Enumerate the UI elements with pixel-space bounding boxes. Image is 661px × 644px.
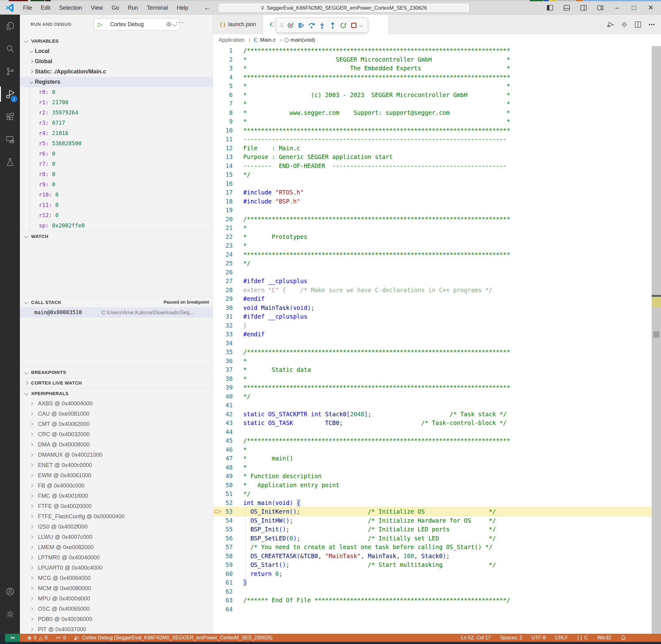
register-r6[interactable]: r6: 0 [20, 149, 213, 159]
maximize-icon[interactable]: □ [627, 2, 641, 14]
code-line-60[interactable]: 60 return 0; [213, 569, 661, 578]
line-number[interactable]: 39 [213, 383, 233, 392]
breakpoints-section-header[interactable]: BREAKPOINTS [20, 367, 213, 377]
code-line-20[interactable]: 20/*************************************… [213, 215, 661, 224]
register-r4[interactable]: r4: 21816 [20, 128, 213, 138]
code-line-62[interactable]: 62 [213, 587, 661, 596]
code-line-38[interactable]: 38* [213, 374, 661, 383]
code-line-56[interactable]: 56 BSP_SetLED(0); /* Initially set LED *… [213, 534, 661, 543]
code-line-21[interactable]: 21* [213, 223, 661, 232]
breadcrumb-main-c[interactable]: C Main.c [254, 37, 276, 44]
menu-run[interactable]: Run [123, 1, 142, 15]
code-line-63[interactable]: 63/****** End Of File ******************… [213, 596, 661, 605]
peripheral-i2s0[interactable]: I2S0 @ 0x4002f000 [20, 522, 213, 532]
eol-indicator[interactable]: CRLF [555, 635, 568, 641]
platform-indicator[interactable]: Win32 [597, 635, 611, 641]
peripheral-cau[interactable]: CAU @ 0xe0081000 [20, 409, 213, 419]
code-line-52[interactable]: 52int main(void) { [213, 499, 661, 507]
menu-go[interactable]: Go [107, 1, 123, 15]
line-number[interactable]: 28 [213, 285, 233, 295]
code-line-6[interactable]: 6* (c) 2003 - 2023 SEGGER Microcontrolle… [213, 91, 661, 99]
line-number[interactable]: 42 [213, 410, 233, 419]
code-line-42[interactable]: 42static OS_STACKPTR int Stack0[2048]; /… [213, 410, 661, 419]
toolbar-drag-handle[interactable] [279, 23, 285, 28]
toggle-primary-sidebar-icon[interactable] [543, 2, 557, 14]
peripheral-pdb0[interactable]: PDB0 @ 0x40036000 [20, 614, 213, 624]
code-line-58[interactable]: 58 OS_CREATETASK(&TCB0, "MainTask", Main… [213, 552, 661, 560]
code-line-12[interactable]: 12File : Main.c [213, 144, 661, 153]
line-number[interactable]: 49 [213, 472, 233, 481]
line-number[interactable]: 63 [213, 596, 233, 605]
scope-local[interactable]: Local [20, 46, 213, 56]
debug-step-into-button[interactable] [317, 20, 327, 31]
peripheral-lpuart0[interactable]: LPUART0 @ 0x400c4000 [20, 563, 213, 573]
scope-global[interactable]: Global [20, 56, 213, 67]
sidebar-item-source-control[interactable] [0, 60, 20, 83]
line-number[interactable]: 46 [213, 445, 233, 454]
debug-restart-button[interactable] [338, 20, 348, 31]
code-line-14[interactable]: 14-------- END-OF-HEADER ---------------… [213, 161, 661, 170]
code-line-19[interactable]: 19 [213, 206, 661, 215]
code-line-33[interactable]: 33#endif [213, 330, 661, 339]
line-number[interactable]: 35 [213, 347, 233, 356]
peripheral-axbs[interactable]: AXBS @ 0x40004000 [20, 398, 213, 409]
cortex-live-watch-section-header[interactable]: CORTEX LIVE WATCH [20, 377, 213, 388]
line-number[interactable]: 14 [213, 161, 233, 170]
code-line-1[interactable]: 1/**************************************… [213, 46, 661, 55]
problems-indicator[interactable]: ⊗ 0 △ 0 [27, 635, 48, 641]
line-number[interactable]: 33 [213, 330, 233, 339]
code-line-48[interactable]: 48* [213, 463, 661, 472]
minimize-icon[interactable]: – [610, 2, 624, 14]
code-line-61[interactable]: 61} [213, 578, 661, 587]
scope-registers[interactable]: Registers [20, 77, 213, 87]
encoding-indicator[interactable]: UTF-8 [532, 635, 546, 641]
code-line-37[interactable]: 37* Static data [213, 365, 661, 374]
code-line-53[interactable]: 53 OS_InitKern(); /* Initialize OS */ [213, 507, 661, 516]
cursor-position[interactable]: Ln 52, Col 17 [461, 635, 491, 641]
start-debug-icon[interactable]: ▷ [94, 19, 107, 30]
code-line-50[interactable]: 50* Application entry point [213, 481, 661, 490]
code-area[interactable]: 1/**************************************… [213, 46, 661, 634]
sidebar-item-explorer[interactable] [0, 15, 20, 37]
accounts-button[interactable] [0, 580, 20, 603]
register-r0[interactable]: r0: 0 [20, 87, 213, 97]
code-line-34[interactable]: 34 [213, 339, 661, 348]
peripheral-ewm[interactable]: EWM @ 0x40061000 [20, 470, 213, 481]
code-line-45[interactable]: 45/*************************************… [213, 436, 661, 445]
line-number[interactable]: 12 [213, 144, 233, 153]
debug-step-over-button[interactable] [306, 20, 317, 31]
code-line-17[interactable]: 17#include "RTOS.h" [213, 188, 661, 197]
line-number[interactable]: 57 [213, 543, 233, 552]
customize-layout-icon[interactable] [593, 2, 608, 14]
line-number[interactable]: 32 [213, 321, 233, 330]
indentation-indicator[interactable]: Spaces: 2 [500, 635, 522, 641]
peripheral-ftfe_flashconfig[interactable]: FTFE_FlashConfig @ 0x00000400 [20, 511, 213, 522]
run-or-debug-button[interactable] [607, 21, 614, 28]
call-stack-section-header[interactable]: CALL STACK Paused on breakpoint [20, 297, 213, 307]
line-number[interactable]: 58 [213, 552, 233, 560]
code-line-57[interactable]: 57 /* You need to create at least one ta… [213, 543, 661, 552]
line-number[interactable]: 55 [213, 525, 233, 534]
line-number[interactable]: 19 [213, 206, 233, 215]
code-line-15[interactable]: 15*/ [213, 170, 661, 179]
sidebar-item-search[interactable] [0, 37, 20, 60]
code-line-43[interactable]: 43static OS_TASK TCB0; /* Task-control-b… [213, 418, 661, 428]
line-number[interactable]: 25 [213, 259, 233, 268]
line-number[interactable]: 52 [213, 499, 233, 507]
code-line-13[interactable]: 13Purpose : Generic SEGGER application s… [213, 153, 661, 161]
line-number[interactable]: 1 [213, 46, 233, 55]
register-r7[interactable]: r7: 0 [20, 159, 213, 169]
code-line-10[interactable]: 10**************************************… [213, 126, 661, 135]
menu-file[interactable]: File [19, 1, 37, 15]
register-sp[interactable]: sp: 0x2002ffe0 [20, 221, 213, 231]
code-line-51[interactable]: 51*/ [213, 489, 661, 499]
sidebar-item-testing[interactable] [0, 151, 20, 174]
views-more-actions-icon[interactable]: ··· [175, 18, 184, 26]
code-line-31[interactable]: 31#ifdef __cplusplus [213, 312, 661, 321]
register-r12[interactable]: r12: 0 [20, 210, 213, 221]
debug-status[interactable]: Cortex Debug (SeggerEval_K66FN2M0_SEGGER… [74, 635, 273, 641]
line-number[interactable]: 64 [213, 605, 233, 614]
notifications-bell[interactable] [620, 635, 626, 641]
manage-button[interactable] [0, 603, 20, 626]
register-r5[interactable]: r5: 536828500 [20, 138, 213, 149]
